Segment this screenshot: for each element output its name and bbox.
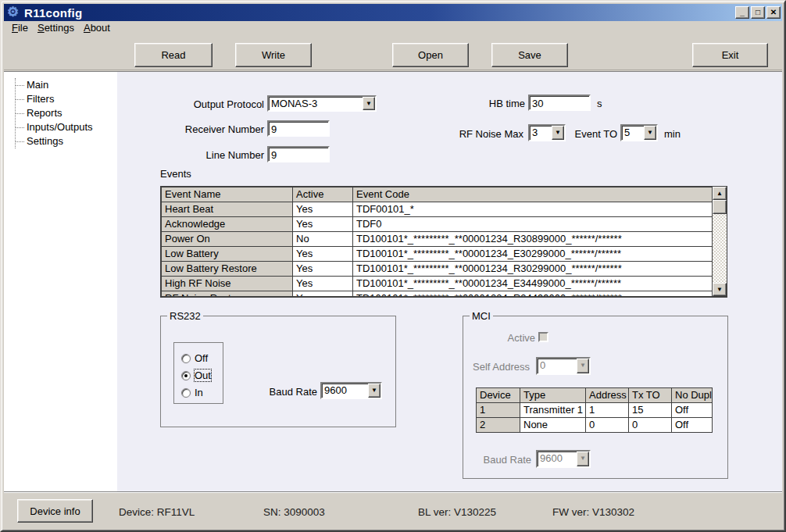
mci-group: MCI Active Self Address 0 ▼ Device Type … [463,316,728,479]
device-info-button[interactable]: Device info [17,499,93,523]
events-col-active[interactable]: Active [293,187,353,202]
table-cell: TDF00101_* [353,202,714,217]
status-bl-version: BL ver: V130225 [418,506,496,518]
read-button[interactable]: Read [134,43,213,67]
status-device: Device: RF11VL [119,506,195,518]
radio-out-label: Out [195,370,211,381]
tree-item-filters[interactable]: Filters [16,92,117,106]
radio-out-icon[interactable] [181,371,191,380]
write-button[interactable]: Write [235,43,312,67]
chevron-down-icon: ▼ [577,359,589,373]
rs232-radio-box: Off Out In [173,342,223,404]
hb-time-field[interactable]: 30 [528,95,591,111]
rs232-baud-rate-combo[interactable]: 9600 ▼ [320,382,382,399]
rs232-radio-in[interactable]: In [181,387,203,398]
event-to-unit: min [664,128,681,140]
rs232-baud-rate-label: Baud Rate [248,386,317,398]
radio-off-label: Off [195,352,208,364]
line-number-field[interactable]: 9 [267,146,330,162]
table-cell: High RF Noise [162,277,293,291]
table-cell: 1 [477,403,520,418]
maximize-button[interactable]: □ [751,6,765,19]
menu-about[interactable]: About [80,21,116,35]
table-cell: 1 [586,403,629,418]
open-button[interactable]: Open [392,43,469,67]
table-cell: No [293,232,353,247]
chevron-down-icon[interactable]: ▼ [644,126,656,140]
table-row[interactable]: Low BatteryYesTD100101*_*********_**0000… [162,247,714,262]
table-cell: None [520,418,586,433]
menu-file[interactable]: File [9,21,34,35]
table-cell: Yes [293,262,353,277]
menu-settings[interactable]: Settings [34,21,80,35]
mci-col-no-dupl[interactable]: No Dupl. [672,388,713,403]
minimize-button[interactable]: _ [735,6,749,19]
table-row[interactable]: 1Transmitter 1115Off [477,403,713,418]
output-protocol-combo[interactable]: MONAS-3 ▼ [267,95,377,112]
table-cell: Transmitter 1 [520,403,586,418]
event-to-value: 5 [624,127,642,138]
table-row[interactable]: Power OnNoTD100101*_*********_**00001234… [162,232,714,247]
mci-self-address-combo[interactable]: 0 ▼ [536,357,591,375]
mci-col-address[interactable]: Address [586,388,629,403]
events-col-event-name[interactable]: Event Name [162,187,293,202]
chevron-down-icon[interactable]: ▼ [363,97,375,110]
mci-active-checkbox[interactable] [538,332,548,342]
status-serial-number: SN: 3090003 [263,506,325,518]
event-to-combo[interactable]: 5 ▼ [620,124,658,141]
rf-noise-max-label: RF Noise Max [383,128,523,140]
table-cell: 0 [586,418,629,433]
events-vertical-scrollbar[interactable]: ▲ ▼ [712,187,727,296]
toolbar: Read Write Open Save Exit [4,35,782,70]
table-row[interactable]: RF Noise RestoreYesTD100101*_*********_*… [162,291,714,298]
app-window: ⚙ R11config _ □ ✕ File Settings About Re… [0,0,786,532]
scroll-up-icon[interactable]: ▲ [713,187,727,200]
mci-col-device[interactable]: Device [477,388,520,403]
menu-bar: File Settings About [4,21,782,35]
exit-button[interactable]: Exit [692,43,768,67]
hb-time-label: HB time [414,98,525,109]
table-row[interactable]: High RF NoiseYesTD100101*_*********_**00… [162,277,714,291]
mci-baud-rate-combo[interactable]: 9600 ▼ [536,450,591,468]
table-row[interactable]: 2None00Off [477,418,713,433]
app-gear-icon: ⚙ [7,5,21,20]
table-cell: TD100101*_*********_**00001234_R30899000… [353,232,714,247]
table-cell: Heart Beat [162,202,293,217]
radio-off-icon[interactable] [181,354,191,363]
title-bar: ⚙ R11config _ □ ✕ [4,4,782,21]
mci-col-type[interactable]: Type [520,388,586,403]
events-col-event-code[interactable]: Event Code [353,187,714,202]
table-cell: 15 [629,403,672,418]
tree-item-reports[interactable]: Reports [16,106,117,120]
mci-group-title: MCI [470,310,493,322]
mci-active-label: Active [469,332,535,344]
scroll-down-icon[interactable]: ▼ [713,283,727,296]
mci-baud-rate-label: Baud Rate [465,454,531,466]
mci-col-tx-to[interactable]: Tx TO [629,388,672,403]
event-to-label: Event TO [547,128,617,140]
table-row[interactable]: Low Battery RestoreYesTD100101*_********… [162,262,714,277]
table-cell: Yes [293,217,353,232]
mci-self-address-label: Self Address [463,361,530,373]
tree-item-main[interactable]: Main [16,78,117,92]
window-title: R11config [24,6,82,20]
close-button[interactable]: ✕ [766,6,781,19]
scrollbar-thumb[interactable] [713,200,727,214]
receiver-number-field[interactable]: 9 [267,120,330,137]
tree-item-inputs-outputs[interactable]: Inputs/Outputs [16,120,117,134]
status-fw-version: FW ver: V130302 [552,506,634,518]
table-cell: TD100101*_*********_**00001234_E34499000… [353,277,714,291]
radio-in-icon[interactable] [181,388,191,398]
table-cell: Off [672,403,713,418]
tree-item-settings[interactable]: Settings [16,134,117,148]
save-button[interactable]: Save [491,43,568,67]
chevron-down-icon[interactable]: ▼ [368,384,380,398]
table-cell: TDF0 [353,217,714,232]
rs232-radio-out[interactable]: Out [181,370,211,381]
rs232-radio-off[interactable]: Off [181,352,208,364]
table-row[interactable]: Heart BeatYesTDF00101_* [162,202,714,217]
table-cell: 0 [629,418,672,433]
table-row[interactable]: AcknowledgeYesTDF0 [162,217,714,232]
status-bar: Device info Device: RF11VL SN: 3090003 B… [4,492,782,528]
table-cell: TD100101*_*********_**00001234_R34499000… [353,291,714,298]
